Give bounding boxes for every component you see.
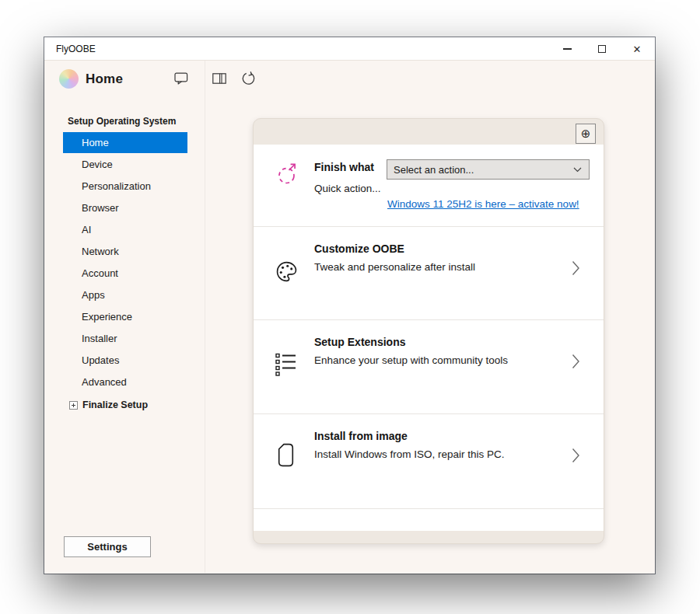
chevron-down-icon [573, 167, 589, 173]
settings-button-label: Settings [87, 541, 127, 553]
speech-bubble-icon [174, 72, 188, 85]
sidebar-item-label: Device [82, 159, 113, 170]
customize-oobe-title: Customize OOBE [314, 242, 404, 255]
sidebar-item-personalization[interactable]: Personalization [63, 176, 187, 197]
install-from-image-subtitle: Install Windows from ISO, repair this PC… [314, 448, 505, 460]
app-window: FlyOOBE ✕ Home [44, 37, 655, 574]
list-icon-wrap [275, 353, 296, 376]
quick-action-icon-wrap [275, 162, 300, 187]
chevron-right-icon[interactable] [572, 448, 580, 463]
app-logo-icon [59, 69, 79, 89]
settings-button[interactable]: Settings [64, 536, 151, 557]
sidebar-item-apps[interactable]: Apps [63, 284, 187, 305]
sidebar-item-home[interactable]: Home [63, 132, 187, 153]
quick-action-title: Finish what [314, 161, 374, 173]
close-icon: ✕ [633, 44, 642, 54]
action-dropdown-value: Select an action... [387, 164, 573, 176]
sidebar-item-advanced[interactable]: Advanced [63, 372, 187, 392]
maximize-icon [598, 45, 606, 53]
sidebar-item-label: Updates [82, 354, 119, 366]
window-title: FlyOOBE [44, 44, 96, 54]
sidebar-item-label: Personalization [82, 180, 151, 192]
sidebar-item-network[interactable]: Network [63, 241, 187, 262]
close-button[interactable]: ✕ [624, 37, 650, 61]
window-controls: ✕ [545, 37, 650, 61]
sidebar-item-ai[interactable]: AI [63, 219, 187, 240]
feedback-button[interactable] [173, 72, 189, 85]
palette-icon [275, 260, 298, 283]
finalize-setup-label: Finalize Setup [82, 399, 148, 410]
sidebar-item-updates[interactable]: Updates [63, 350, 187, 371]
maximize-button[interactable] [589, 37, 615, 61]
minimize-icon [563, 48, 572, 50]
sidebar-item-account[interactable]: Account [63, 263, 187, 284]
install-from-image-row[interactable]: Install from image Install Windows from … [254, 413, 604, 508]
chevron-right-icon[interactable] [572, 260, 580, 276]
main-card: ⊕ [253, 118, 604, 544]
row-divider [254, 508, 604, 509]
sidebar-item-label: Apps [82, 289, 105, 301]
sidebar-divider [205, 61, 205, 573]
split-panel-icon [212, 73, 226, 84]
palette-icon-wrap [275, 260, 298, 283]
document-icon-wrap [278, 443, 294, 467]
quick-action-row: Finish what Quick action... Select an ac… [254, 145, 604, 226]
sidebar-item-label: Installer [82, 333, 117, 344]
sidebar-item-label: Advanced [82, 376, 127, 388]
sidebar-item-experience[interactable]: Experience [63, 306, 187, 327]
dashed-refresh-arrow-icon [275, 162, 300, 187]
sidebar-item-label: Account [82, 267, 118, 279]
sidebar-item-label: AI [82, 224, 91, 235]
sidebar-item-finalize-setup[interactable]: Finalize Setup [69, 399, 148, 410]
install-from-image-title: Install from image [314, 430, 408, 442]
minimize-button[interactable] [554, 37, 580, 61]
page-title: Home [86, 72, 123, 87]
detailed-list-icon [275, 353, 296, 376]
setup-extensions-title: Setup Extensions [314, 336, 405, 348]
card-panel: Finish what Quick action... Select an ac… [254, 145, 604, 531]
customize-oobe-row[interactable]: Customize OOBE Tweak and personalize aft… [254, 226, 604, 319]
sidebar-item-label: Browser [82, 202, 119, 214]
refresh-button[interactable] [240, 71, 256, 85]
expand-plus-icon [69, 401, 78, 410]
sidebar-item-browser[interactable]: Browser [63, 197, 187, 218]
sidebar-item-label: Experience [82, 311, 132, 323]
desktop-background: FlyOOBE ✕ Home [0, 0, 700, 614]
document-page-icon [278, 443, 294, 467]
sidebar-item-installer[interactable]: Installer [63, 328, 187, 349]
setup-extensions-row[interactable]: Setup Extensions Enhance your setup with… [254, 319, 604, 413]
sidebar-section-title: Setup Operating System [68, 116, 176, 127]
window-body: Home Setup [44, 61, 655, 573]
layout-toggle-button[interactable] [212, 72, 227, 84]
chevron-right-icon[interactable] [572, 354, 580, 369]
action-dropdown[interactable]: Select an action... [387, 159, 590, 180]
sidebar-item-label: Home [82, 137, 109, 148]
quick-action-subtitle: Quick action... [314, 183, 381, 194]
customize-oobe-subtitle: Tweak and personalize after install [314, 261, 475, 273]
titlebar: FlyOOBE ✕ [44, 37, 655, 61]
add-button[interactable]: ⊕ [576, 124, 596, 144]
setup-extensions-subtitle: Enhance your setup with community tools [314, 354, 508, 366]
circled-plus-icon: ⊕ [581, 127, 591, 141]
sidebar-item-device[interactable]: Device [63, 154, 187, 175]
activate-link[interactable]: Windows 11 25H2 is here – activate now! [387, 198, 579, 210]
refresh-icon [241, 71, 256, 85]
sidebar-item-label: Network [82, 246, 119, 257]
